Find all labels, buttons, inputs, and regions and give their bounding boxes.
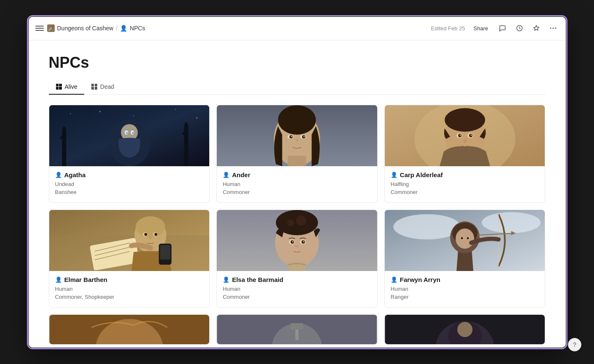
help-button[interactable]: ? — [568, 338, 581, 351]
titlebar-left: 🗡️ Dungeons of Cashew / 👤 NPCs — [35, 24, 431, 32]
breadcrumb: 🗡️ Dungeons of Cashew / 👤 NPCs — [47, 24, 145, 32]
svg-point-34 — [460, 134, 461, 136]
card-race-farwyn: Human — [391, 285, 539, 293]
card-name-agatha: Agatha — [64, 171, 86, 178]
list-item[interactable]: 👤 Ander Human Commoner — [216, 105, 378, 203]
card-image-elsa — [217, 210, 377, 271]
card-name-ander: Ander — [232, 171, 250, 178]
tab-alive[interactable]: Alive — [49, 80, 84, 94]
history-icon[interactable] — [514, 22, 525, 34]
more-options-icon[interactable] — [547, 22, 559, 34]
list-item[interactable]: 👤 Carp Alderleaf Halfling Commoner — [384, 105, 546, 203]
card-class-elmar: Commoner, Shopkeeper — [55, 293, 204, 301]
breadcrumb-separator: / — [116, 25, 117, 32]
app-window: 🗡️ Dungeons of Cashew / 👤 NPCs Edited Fe… — [28, 16, 567, 348]
svg-point-6 — [99, 111, 100, 112]
page-title: NPCs — [49, 54, 546, 72]
npc-grid: 👤 Agatha Undead Banshee — [49, 105, 546, 345]
list-item[interactable]: 👤 Agatha Undead Banshee — [49, 105, 210, 203]
svg-point-72 — [467, 237, 469, 239]
list-item[interactable] — [49, 314, 210, 345]
card-name-row-elsa: 👤 Elsa the Barmaid — [223, 276, 371, 283]
elmar-image-placeholder — [49, 210, 210, 271]
svg-point-15 — [131, 132, 133, 134]
card-info-farwyn: 👤 Farwyn Arryn Human Ranger — [385, 271, 545, 307]
card-info-agatha: 👤 Agatha Undead Banshee — [49, 166, 210, 202]
svg-point-1 — [550, 28, 551, 29]
card-name-elsa: Elsa the Barmaid — [232, 276, 283, 283]
child-page-icon: 👤 — [120, 25, 127, 32]
card-image-ander — [217, 105, 377, 166]
person-icon-farwyn: 👤 — [391, 276, 397, 283]
page-content: NPCs Alive Dead — [29, 40, 566, 348]
help-label: ? — [573, 341, 576, 348]
svg-point-8 — [175, 109, 176, 110]
svg-point-61 — [303, 241, 304, 242]
svg-rect-62 — [288, 261, 305, 271]
titlebar-right: Edited Feb 25 Share — [431, 22, 559, 34]
list-item[interactable] — [216, 314, 378, 345]
svg-point-24 — [304, 136, 305, 137]
person-icon-elmar: 👤 — [55, 276, 62, 283]
svg-point-54 — [296, 215, 306, 226]
card-image-agatha — [49, 105, 210, 166]
share-button[interactable]: Share — [470, 24, 492, 33]
svg-point-9 — [196, 117, 197, 118]
svg-point-40 — [136, 216, 165, 237]
svg-point-65 — [482, 212, 541, 233]
svg-point-7 — [133, 115, 134, 116]
svg-rect-50 — [160, 245, 170, 260]
card-image-farwyn — [385, 210, 545, 271]
card-class-farwyn: Ranger — [391, 293, 539, 301]
carp-image-placeholder — [385, 105, 545, 166]
alive-tab-icon — [56, 83, 62, 90]
svg-rect-25 — [288, 156, 306, 166]
comment-icon[interactable] — [497, 22, 509, 34]
svg-point-14 — [125, 132, 128, 134]
card-name-elmar: Elmar Barthen — [64, 276, 108, 283]
tab-dead[interactable]: Dead — [84, 80, 121, 94]
svg-point-85 — [457, 322, 472, 337]
dead-tab-icon — [91, 83, 98, 90]
svg-point-3 — [555, 28, 556, 29]
svg-point-43 — [144, 233, 147, 236]
parent-page-icon: 🗡️ — [47, 24, 55, 32]
card-class-carp: Commoner — [391, 188, 539, 197]
list-item[interactable] — [384, 314, 546, 345]
svg-point-44 — [154, 233, 157, 236]
svg-point-71 — [461, 237, 463, 239]
list-item[interactable]: 👤 Elsa the Barmaid Human Commoner — [216, 210, 378, 308]
card-class-elsa: Commoner — [223, 293, 371, 301]
card-info-elmar: 👤 Elmar Barthen Human Commoner, Shopkeep… — [49, 271, 210, 307]
list-item[interactable]: 👤 Farwyn Arryn Human Ranger — [384, 210, 546, 308]
card-info-ander: 👤 Ander Human Commoner — [217, 166, 377, 202]
card-name-row-agatha: 👤 Agatha — [55, 171, 204, 178]
menu-icon[interactable] — [35, 24, 44, 32]
card-race-ander: Human — [223, 180, 371, 189]
card-image-carp — [385, 105, 545, 166]
person-icon-elsa: 👤 — [223, 276, 229, 283]
card-name-carp: Carp Alderleaf — [400, 171, 443, 178]
svg-point-60 — [292, 241, 293, 242]
card-image-bottom1 — [49, 315, 210, 344]
card-name-row-farwyn: 👤 Farwyn Arryn — [391, 276, 539, 283]
titlebar: 🗡️ Dungeons of Cashew / 👤 NPCs Edited Fe… — [29, 17, 566, 40]
svg-rect-81 — [295, 329, 298, 340]
person-icon-carp: 👤 — [391, 172, 397, 178]
elsa-image-placeholder — [217, 210, 377, 271]
list-item[interactable]: 👤 Elmar Barthen Human Commoner, Shopkeep… — [49, 210, 210, 308]
ander-image-placeholder — [217, 105, 377, 166]
person-icon-agatha: 👤 — [55, 172, 62, 178]
breadcrumb-parent[interactable]: Dungeons of Cashew — [57, 25, 114, 32]
card-image-bottom2 — [217, 315, 377, 344]
svg-point-36 — [463, 139, 466, 143]
tabs: Alive Dead — [49, 80, 546, 95]
card-race-agatha: Undead — [55, 180, 204, 189]
svg-rect-80 — [290, 323, 303, 329]
star-icon[interactable] — [530, 22, 542, 34]
breadcrumb-child[interactable]: NPCs — [130, 25, 145, 32]
card-name-row-elmar: 👤 Elmar Barthen — [55, 276, 204, 283]
person-icon-ander: 👤 — [223, 172, 229, 178]
svg-point-5 — [70, 113, 71, 114]
card-image-bottom3 — [385, 315, 545, 344]
